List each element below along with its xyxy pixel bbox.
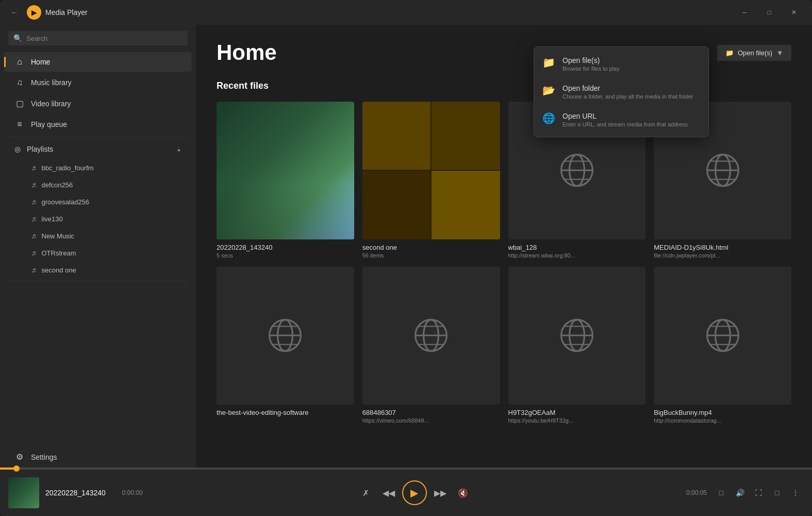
player-track-name: 20220228_143240	[45, 489, 106, 497]
player-track-info: 20220228_143240	[45, 489, 106, 497]
subtitles-button[interactable]: □	[713, 485, 730, 501]
file-card-url5[interactable]: H9T32gOEAaM https://youtu.be/H9T32g...	[508, 267, 646, 424]
file-meta: https://vimeo.com/68848...	[362, 417, 500, 424]
nav-divider	[8, 137, 188, 137]
maximize-button[interactable]: □	[757, 4, 781, 21]
dropdown-item-open-files[interactable]: 📁 Open file(s) Browse for files to play	[534, 50, 708, 78]
playlist-item-icon: ♬	[31, 164, 37, 172]
playlist-item-label: bbc_radio_fourfm	[42, 164, 94, 172]
file-name: BigBuckBunny.mp4	[654, 409, 791, 416]
page-title: Home	[217, 40, 277, 65]
file-card-url3[interactable]: the-best-video-editing-software	[217, 267, 354, 424]
playlist-item-otr[interactable]: ♬ OTRstream	[4, 245, 192, 261]
playlist-item-defcon[interactable]: ♬ defcon256	[4, 176, 192, 193]
sidebar-item-video[interactable]: ▢ Video library	[4, 93, 192, 114]
file-meta: 5 secs	[217, 252, 354, 259]
sidebar: 🔍 ⌂ Home ♫ Music library ▢ Video library…	[0, 25, 196, 467]
playlist-item-groove[interactable]: ♬ groovesalad256	[4, 194, 192, 210]
more-button[interactable]: ⋮	[787, 485, 804, 501]
playlist-item-icon: ♬	[31, 181, 37, 189]
player-bar: 20220228_143240 0:00:00 ✗ ◀◀ ▶ ▶▶ 🔇 0:00…	[0, 470, 812, 516]
settings-icon: ⚙	[14, 452, 25, 462]
back-button[interactable]: ←	[6, 4, 23, 21]
playlist-item-secondone[interactable]: ♬ second one	[4, 262, 192, 278]
nav-divider-2	[8, 281, 188, 281]
playlist-item-label: second one	[42, 266, 76, 274]
titlebar: ← ▶ Media Player ─ □ ✕	[0, 0, 812, 25]
file-name: wbai_128	[508, 244, 646, 251]
player-center-controls: ✗ ◀◀ ▶ ▶▶ 🔇	[154, 480, 675, 505]
miniplayer-button[interactable]: □	[769, 485, 785, 501]
playlist-collage	[362, 102, 500, 239]
app-title: Media Player	[45, 8, 733, 17]
dropdown-item-desc: Enter a URL, and stream media from that …	[562, 121, 688, 127]
close-button[interactable]: ✕	[782, 4, 806, 21]
file-card-url6[interactable]: BigBuckBunny.mp4 http://commondatastorag…	[654, 267, 791, 424]
queue-icon: ≡	[14, 120, 25, 129]
minimize-button[interactable]: ─	[733, 4, 756, 21]
open-files-icon: 📁	[542, 56, 555, 69]
progress-bar[interactable]	[0, 467, 812, 470]
player-controls: 20220228_143240 0:00:00 ✗ ◀◀ ▶ ▶▶ 🔇 0:00…	[0, 470, 812, 516]
dropdown-item-open-folder[interactable]: 📂 Open folder Choose a folder, and play …	[534, 78, 708, 106]
file-meta: http://commondatastorag...	[654, 417, 791, 424]
search-icon: 🔍	[13, 34, 22, 42]
player-thumbnail	[8, 477, 39, 508]
progress-thumb[interactable]	[13, 465, 20, 472]
sidebar-item-music[interactable]: ♫ Music library	[4, 73, 192, 92]
playlists-label: Playlists	[27, 145, 53, 153]
music-icon: ♫	[14, 78, 25, 87]
volume-button[interactable]: 🔊	[732, 485, 748, 501]
sidebar-item-settings[interactable]: ⚙ Settings	[4, 447, 192, 467]
file-card-video1[interactable]: 20220228_143240 5 secs	[217, 102, 354, 259]
playlist-item-icon: ♬	[31, 249, 37, 257]
dropdown-item-text: Open file(s) Browse for files to play	[562, 56, 620, 72]
shuffle-button[interactable]: ✗	[357, 483, 375, 502]
sidebar-item-settings-label: Settings	[31, 453, 57, 461]
file-name: the-best-video-editing-software	[217, 409, 354, 416]
playlist-item-live130[interactable]: ♬ live130	[4, 211, 192, 227]
open-folder-icon: 📂	[542, 84, 555, 96]
playlist-item-bbc[interactable]: ♬ bbc_radio_fourfm	[4, 159, 192, 176]
fullscreen-button[interactable]: ⛶	[750, 485, 767, 501]
dropdown-item-label: Open file(s)	[562, 56, 620, 64]
time-total: 0:00:05	[681, 489, 707, 496]
playlist-item-label: OTRstream	[42, 249, 76, 257]
dropdown-item-label: Open folder	[562, 84, 693, 92]
playlist-item-label: groovesalad256	[42, 198, 90, 206]
player-right-controls: □ 🔊 ⛶ □ ⋮	[713, 485, 804, 501]
file-meta: 56 items	[362, 252, 500, 259]
playlist-item-newmusic[interactable]: ♬ New Music	[4, 228, 192, 244]
playlist-list: ♬ bbc_radio_fourfm ♬ defcon256 ♬ grooves…	[0, 159, 196, 279]
file-thumbnail	[362, 267, 500, 405]
play-button[interactable]: ▶	[402, 480, 427, 505]
playlist-item-icon: ♬	[31, 266, 37, 274]
next-button[interactable]: ▶▶	[431, 483, 450, 502]
open-file-dropdown: 📁 Open file(s) Browse for files to play …	[534, 46, 709, 137]
file-card-url4[interactable]: 688486307 https://vimeo.com/68848...	[362, 267, 500, 424]
playlist-item-icon: ♬	[31, 215, 37, 223]
sidebar-item-home-label: Home	[31, 58, 50, 66]
sidebar-item-home[interactable]: ⌂ Home	[4, 52, 192, 72]
files-grid: 20220228_143240 5 secs second one 56 ite…	[217, 102, 791, 424]
app-icon: ▶	[27, 5, 41, 20]
file-meta: http://stream.wbai.org:80...	[508, 252, 646, 259]
folder-icon: 📁	[725, 49, 734, 57]
sidebar-item-music-label: Music library	[31, 78, 72, 87]
video-preview	[217, 102, 354, 239]
file-name: second one	[362, 244, 500, 251]
chevron-up-icon: ▲	[176, 147, 181, 152]
prev-button[interactable]: ◀◀	[379, 483, 398, 502]
player-thumb-img	[8, 477, 39, 508]
window-controls: ─ □ ✕	[733, 4, 806, 21]
playlist-item-label: defcon256	[42, 181, 73, 189]
playlists-header[interactable]: ◎ Playlists ▲	[4, 140, 192, 158]
sidebar-item-queue[interactable]: ≡ Play queue	[4, 115, 192, 134]
open-file-button[interactable]: 📁 Open file(s) ▼	[717, 45, 791, 61]
mute-button[interactable]: 🔇	[454, 483, 472, 502]
search-input[interactable]	[26, 35, 183, 42]
dropdown-item-open-url[interactable]: 🌐 Open URL Enter a URL, and stream media…	[534, 106, 708, 134]
file-name: H9T32gOEAaM	[508, 409, 646, 416]
search-box[interactable]: 🔍	[8, 31, 188, 45]
file-card-playlist1[interactable]: second one 56 items	[362, 102, 500, 259]
